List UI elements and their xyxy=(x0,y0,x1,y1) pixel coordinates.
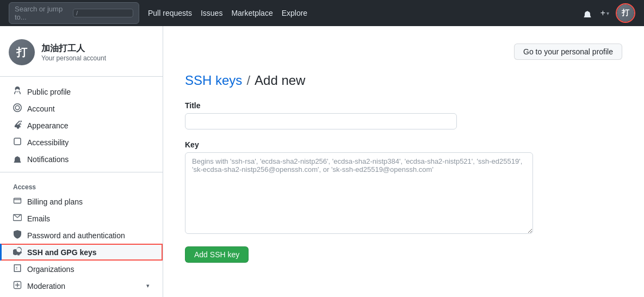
user-avatar-button[interactable]: 打 xyxy=(616,3,635,23)
sidebar-label-billing: Billing and plans xyxy=(27,197,83,206)
sidebar-item-account[interactable]: Account xyxy=(0,100,163,117)
svg-rect-1 xyxy=(14,199,21,203)
sidebar-label-emails: Emails xyxy=(27,214,50,223)
sidebar-item-appearance[interactable]: Appearance xyxy=(0,117,163,134)
chevron-down-icon: ▾ xyxy=(606,10,609,16)
search-placeholder: Search or jump to... xyxy=(15,5,69,21)
sidebar-item-password-auth[interactable]: Password and authentication xyxy=(0,227,163,244)
title-label: Title xyxy=(185,101,622,110)
sidebar-label-notifications: Notifications xyxy=(27,155,69,164)
sidebar-label-public-profile: Public profile xyxy=(27,88,71,96)
sidebar-item-accessibility[interactable]: Accessibility xyxy=(0,134,163,151)
breadcrumb: SSH keys / Add new xyxy=(185,73,622,88)
sidebar-label-accessibility: Accessibility xyxy=(27,138,69,147)
nav-pull-requests[interactable]: Pull requests xyxy=(148,9,192,17)
billing-icon xyxy=(13,196,22,207)
sidebar-user-info: 加油打工人 Your personal account xyxy=(41,43,106,62)
key-field-group: Key xyxy=(185,140,622,236)
breadcrumb-ssh-link[interactable]: SSH keys xyxy=(185,73,242,88)
person-icon xyxy=(13,86,22,97)
svg-rect-0 xyxy=(14,138,21,145)
go-to-profile-button[interactable]: Go to your personal profile xyxy=(514,44,622,60)
sidebar-profile: 打 加油打工人 Your personal account xyxy=(0,39,163,77)
key-icon xyxy=(13,247,22,257)
sidebar-user-subtitle: Your personal account xyxy=(41,54,106,62)
search-shortcut: / xyxy=(73,9,133,17)
title-input[interactable] xyxy=(185,113,457,129)
nav-marketplace[interactable]: Marketplace xyxy=(231,9,273,17)
gear-icon xyxy=(13,103,22,114)
topnav: Search or jump to... / Pull requests Iss… xyxy=(0,0,644,26)
add-ssh-key-button[interactable]: Add SSH key xyxy=(185,246,249,263)
paintbrush-icon xyxy=(13,120,22,131)
sidebar-username: 加油打工人 xyxy=(41,43,106,54)
page-wrapper: 打 加油打工人 Your personal account Public pro… xyxy=(0,26,644,297)
title-field-group: Title xyxy=(185,101,622,129)
sidebar-label-ssh-gpg: SSH and GPG keys xyxy=(27,248,97,257)
access-section-label: Access xyxy=(0,177,163,193)
sidebar-item-emails[interactable]: Emails xyxy=(0,210,163,227)
sidebar-label-password-auth: Password and authentication xyxy=(27,231,125,240)
sidebar-item-ssh-gpg[interactable]: SSH and GPG keys xyxy=(0,244,163,261)
sidebar: 打 加油打工人 Your personal account Public pro… xyxy=(0,26,163,297)
search-bar[interactable]: Search or jump to... / xyxy=(9,2,139,24)
key-textarea[interactable] xyxy=(185,152,533,234)
bell-icon xyxy=(13,154,22,164)
topnav-icons: + ▾ 打 xyxy=(581,3,635,23)
nav-issues[interactable]: Issues xyxy=(201,9,222,17)
sidebar-item-notifications[interactable]: Notifications xyxy=(0,151,163,168)
nav-explore[interactable]: Explore xyxy=(282,9,307,17)
org-icon xyxy=(13,264,22,274)
avatar: 打 xyxy=(617,4,634,22)
key-label: Key xyxy=(185,140,622,149)
moderation-icon xyxy=(13,281,22,291)
sidebar-avatar: 打 xyxy=(9,39,35,65)
chevron-down-icon: ▾ xyxy=(146,282,150,289)
sidebar-label-account: Account xyxy=(27,104,55,113)
topnav-links: Pull requests Issues Marketplace Explore xyxy=(148,9,307,17)
breadcrumb-current: Add new xyxy=(255,73,305,88)
sidebar-label-appearance: Appearance xyxy=(27,121,69,130)
breadcrumb-separator: / xyxy=(246,73,250,88)
sidebar-item-public-profile[interactable]: Public profile xyxy=(0,83,163,100)
sidebar-item-organizations[interactable]: Organizations xyxy=(0,261,163,277)
sidebar-label-organizations: Organizations xyxy=(27,265,74,274)
accessibility-icon xyxy=(13,137,22,147)
shield-icon xyxy=(13,230,22,240)
sidebar-item-moderation[interactable]: Moderation ▾ xyxy=(0,277,163,294)
main-content: Go to your personal profile SSH keys / A… xyxy=(163,26,644,297)
plus-icon: + xyxy=(600,8,605,18)
sidebar-label-moderation: Moderation xyxy=(27,282,65,290)
mail-icon xyxy=(13,213,22,224)
new-menu-button[interactable]: + ▾ xyxy=(598,6,611,20)
notifications-button[interactable] xyxy=(581,7,594,20)
page-header-row: Go to your personal profile xyxy=(185,44,622,60)
sidebar-item-billing[interactable]: Billing and plans xyxy=(0,193,163,210)
